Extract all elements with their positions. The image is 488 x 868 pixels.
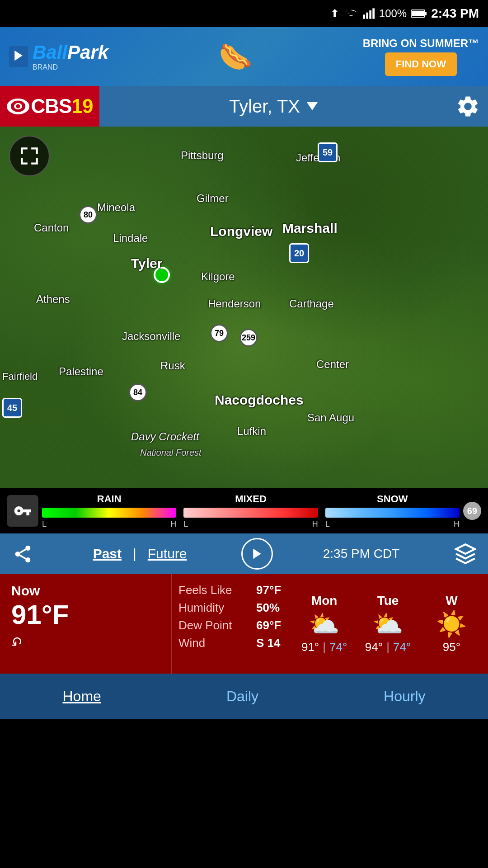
legend-mixed-low: L — [183, 519, 188, 529]
legend-mixed-label: MIXED — [235, 493, 267, 505]
svg-point-10 — [16, 104, 20, 108]
city-jacksonville: Jacksonville — [122, 330, 180, 343]
feels-like-row: Feels Like 97°F — [178, 583, 281, 597]
city-lufkin: Lufkin — [237, 425, 266, 438]
legend-value-badge: 69 — [463, 502, 481, 520]
svg-rect-3 — [372, 8, 375, 19]
current-conditions: Now 91°F ↺ — [0, 574, 172, 674]
forecast-mon-icon: ⛅ — [309, 612, 340, 637]
legend-mixed-gradient — [183, 508, 318, 518]
svg-rect-1 — [366, 13, 368, 19]
conditions-bar: Now 91°F ↺ Feels Like 97°F Humidity 50% … — [0, 574, 488, 674]
forecast-scroll[interactable]: Mon ⛅ 91° | 74° Tue ⛅ 94° | 74° W ☀️ 95° — [288, 574, 488, 674]
upload-icon: ⬆ — [330, 7, 339, 20]
signal-icon — [362, 7, 375, 20]
status-bar: ⬆ 100% 2:43 PM — [0, 0, 488, 27]
play-button[interactable] — [241, 538, 273, 570]
shield-i20: 20 — [289, 243, 309, 263]
legend-rain: RAIN L H — [42, 493, 176, 529]
future-button[interactable]: Future — [143, 544, 192, 564]
legend-snow-low: L — [325, 519, 330, 529]
cbs-eye — [7, 99, 29, 114]
city-kilgore: Kilgore — [201, 270, 235, 283]
nav-home[interactable]: Home — [49, 681, 115, 712]
shield-us259: 259 — [239, 329, 258, 347]
settings-button[interactable] — [447, 86, 488, 127]
svg-rect-6 — [412, 11, 424, 16]
legend-snow: SNOW L H — [325, 493, 460, 529]
city-lindale: Lindale — [113, 232, 148, 245]
svg-point-12 — [15, 551, 20, 556]
layers-button[interactable] — [450, 538, 481, 570]
forecast-tue-low: 74° — [393, 640, 411, 654]
wifi-icon — [345, 7, 357, 20]
forecast-mon-high: 91° — [301, 640, 319, 654]
nav-daily[interactable]: Daily — [213, 681, 272, 712]
city-center: Center — [316, 358, 349, 371]
ad-cta-label: FIND NOW — [396, 58, 446, 71]
cbs-text-label: CBS19 — [31, 95, 93, 118]
ad-cta-button[interactable]: FIND NOW — [385, 52, 457, 76]
city-fairfield: Fairfield — [2, 371, 38, 382]
legend-bar: RAIN L H MIXED L H SNOW L H 69 — [0, 488, 488, 533]
play-icon-ad — [12, 49, 25, 62]
svg-rect-5 — [425, 12, 427, 15]
city-rusk: Rusk — [160, 359, 185, 372]
ad-tagline: BRING ON SUMMER™ — [363, 37, 479, 50]
past-button[interactable]: Past — [89, 544, 126, 564]
forecast-wed-high: 95° — [443, 640, 460, 654]
svg-marker-17 — [456, 544, 475, 554]
ad-banner[interactable]: BallPark BRAND 🌭 BRING ON SUMMER™ FIND N… — [0, 27, 488, 86]
city-san-augustine: San Augu — [307, 411, 354, 424]
forecast-mon-sep: | — [323, 640, 326, 654]
svg-marker-7 — [14, 51, 23, 61]
city-nacogdoches: Nacogdoches — [215, 392, 304, 408]
share-button[interactable] — [7, 538, 38, 570]
forecast-mon-low: 74° — [329, 640, 347, 654]
legend-rain-label: RAIN — [97, 493, 122, 505]
legend-key-button[interactable] — [7, 495, 38, 527]
controls-bar: Past | Future 2:35 PM CDT — [0, 533, 488, 574]
current-temperature: 91°F — [11, 601, 160, 628]
forecast-tuesday: Tue ⛅ 94° | 74° — [359, 594, 418, 654]
legend-snow-gradient — [325, 508, 460, 518]
forecast-fade — [461, 574, 488, 674]
ad-logo: BallPark BRAND — [33, 42, 108, 71]
wind-value: S 14 — [256, 636, 281, 650]
dew-point-value: 69°F — [256, 618, 281, 632]
forecast-monday: Mon ⛅ 91° | 74° — [295, 594, 354, 654]
battery-icon — [411, 9, 427, 18]
time-display: 2:35 PM CDT — [323, 547, 400, 561]
legend-snow-label: SNOW — [377, 493, 408, 505]
svg-marker-16 — [253, 549, 261, 559]
forecast-wed-name: W — [446, 594, 457, 608]
details-panel: Feels Like 97°F Humidity 50% Dew Point 6… — [172, 574, 288, 674]
weather-map[interactable]: Pittsburg Jefferson Gilmer Mineola Canto… — [0, 127, 488, 488]
dew-point-label: Dew Point — [178, 618, 251, 632]
legend-mixed-high: H — [312, 519, 318, 529]
shield-us84: 84 — [129, 383, 147, 401]
city-marshall: Marshall — [282, 221, 338, 236]
city-canton: Canton — [34, 222, 69, 234]
nav-hourly[interactable]: Hourly — [370, 681, 439, 712]
wind-arrow-icon: ↺ — [11, 633, 23, 649]
city-gilmer: Gilmer — [197, 192, 229, 205]
location-title[interactable]: Tyler, TX — [229, 96, 318, 117]
shield-us80: 80 — [79, 206, 97, 224]
city-davy-crockett: Davy Crockett — [131, 430, 199, 443]
now-label: Now — [11, 583, 160, 599]
shield-i45: 45 — [2, 398, 22, 418]
feels-like-label: Feels Like — [178, 583, 251, 597]
legend-rain-low: L — [42, 519, 47, 529]
city-carthage: Carthage — [289, 297, 334, 310]
forecast-mon-name: Mon — [311, 594, 338, 608]
forecast-tue-icon: ⛅ — [372, 612, 404, 637]
city-mineola: Mineola — [97, 201, 135, 214]
expand-map-button[interactable] — [9, 136, 50, 176]
dew-point-row: Dew Point 69°F — [178, 618, 281, 632]
location-name: Tyler, TX — [229, 96, 300, 117]
svg-line-14 — [20, 555, 26, 558]
bottom-navigation: Home Daily Hourly — [0, 674, 488, 719]
cbs-logo: CBS19 — [0, 86, 99, 127]
svg-rect-0 — [363, 14, 365, 19]
